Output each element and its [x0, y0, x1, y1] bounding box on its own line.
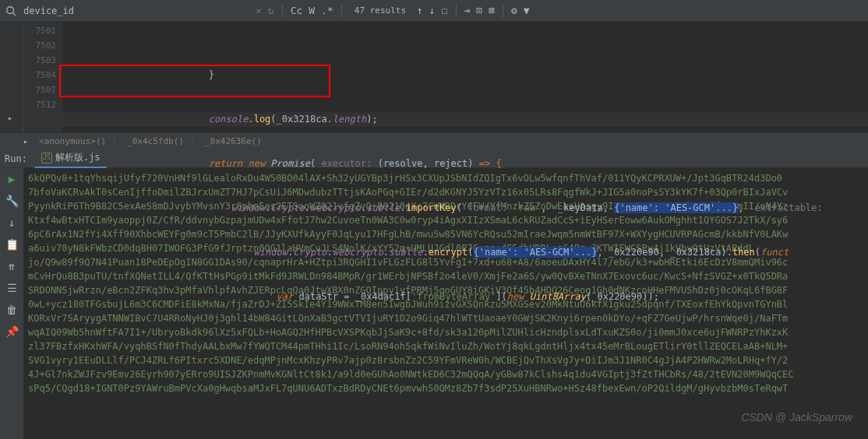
add-selection-icon[interactable]: ⇥	[461, 3, 474, 18]
svg-point-0	[7, 6, 14, 13]
fold-icon[interactable]: ▸	[8, 114, 12, 122]
search-input[interactable]	[19, 5, 252, 16]
fold-icon[interactable]: ▸	[23, 137, 28, 146]
history-icon[interactable]: ↻	[265, 3, 277, 18]
wrench-icon[interactable]: 🔧	[5, 195, 19, 207]
select-all-icon[interactable]: ☐	[439, 3, 451, 18]
remove-occurrence-icon[interactable]: ⊠	[485, 3, 498, 18]
search-icon[interactable]	[3, 3, 19, 19]
pin-icon[interactable]: 📌	[5, 325, 19, 338]
prev-match-icon[interactable]: ↑	[414, 3, 426, 18]
output-line: SVG1vyry1EEuDLLlf/PCJ4ZRLf6PItxrc5XDNE/e…	[28, 353, 863, 367]
machine-icon[interactable]: ☰	[7, 282, 17, 294]
output-line: 4J+Gl7nkZWJFzv9Emv26Eyrh907yERro9UISJZKP…	[28, 367, 863, 381]
filter-icon[interactable]: ▼	[520, 3, 533, 18]
match-case-toggle[interactable]: Cc	[288, 3, 306, 18]
next-match-icon[interactable]: ↓	[426, 3, 439, 18]
svg-line-1	[13, 12, 16, 16]
clear-search-icon[interactable]: ×	[252, 3, 265, 18]
settings-icon[interactable]: ⚙	[508, 3, 520, 18]
run-label: Run:	[5, 153, 27, 164]
regex-toggle[interactable]: .*	[318, 3, 337, 18]
output-line: sPq5/CQgd18+IGNT0Pz9YAWruBmPVcXa0gHwqbsa…	[28, 381, 863, 395]
gutter: ▸	[0, 22, 23, 132]
output-line: zl37FBzfxHKxhWFA/vyqhBSfN0fThdyAALbxMw7f…	[28, 339, 863, 353]
find-toolbar: × ↻ Cc W .* 47 results ↑ ↓ ☐ ⇥ ⊡ ⊠ ⚙ ▼	[0, 0, 868, 22]
code-editor[interactable]: ▸ 7501 7502 7503 7504 7507 7512 } consol…	[0, 22, 868, 132]
results-count: 47 results	[355, 5, 406, 16]
js-file-icon: JS	[41, 153, 52, 163]
select-occurrence-icon[interactable]: ⊡	[473, 3, 485, 18]
run-toolbar: ▶ 🔧 ↓ 📋 ⇈ ☰ 🗑 📌	[0, 168, 23, 439]
watermark: CSDN @ JackSparrow	[741, 411, 852, 423]
print-icon[interactable]: 📋	[5, 238, 19, 251]
words-toggle[interactable]: W	[305, 3, 318, 18]
down-icon[interactable]: ↓	[9, 216, 15, 229]
code-content[interactable]: } console.log(_0x3218ca.length); return …	[62, 22, 868, 132]
rerun-icon[interactable]: ▶	[9, 173, 15, 185]
up-filter-icon[interactable]: ⇈	[9, 260, 15, 272]
trash-icon[interactable]: 🗑	[6, 304, 17, 316]
line-numbers: 7501 7502 7503 7504 7507 7512	[23, 22, 62, 132]
